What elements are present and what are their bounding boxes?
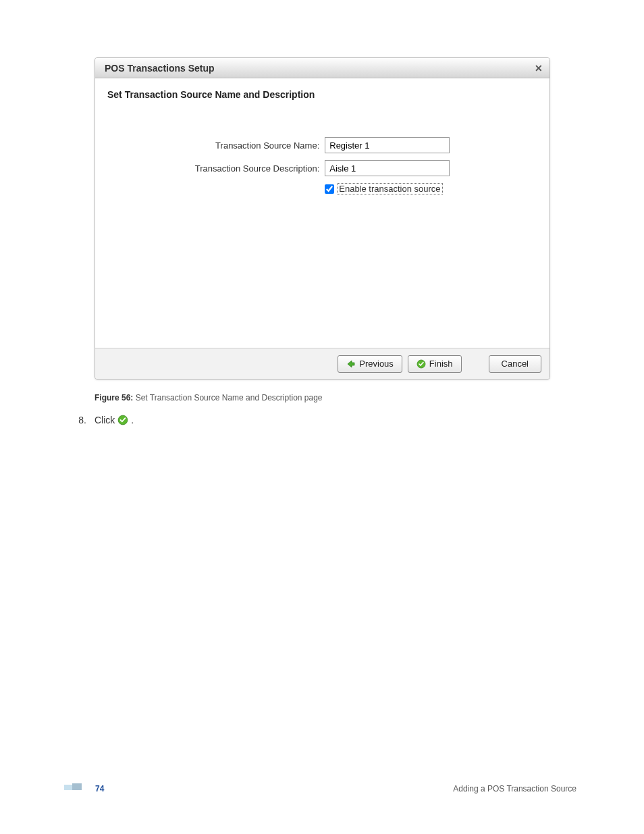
enable-source-checkbox[interactable]	[325, 184, 334, 194]
arrow-left-icon	[346, 359, 356, 369]
dialog-titlebar: POS Transactions Setup ✕	[95, 58, 549, 78]
source-desc-label: Transaction Source Description:	[195, 163, 320, 174]
figure-caption: Figure 56: Set Transaction Source Name a…	[95, 393, 549, 402]
page-footer: 74 Adding a POS Transaction Source	[0, 781, 644, 793]
finish-label: Finish	[429, 359, 453, 369]
step-text-post: .	[131, 415, 134, 425]
source-name-input[interactable]	[325, 137, 450, 153]
dialog-title: POS Transactions Setup	[105, 63, 215, 74]
finish-button[interactable]: Finish	[408, 355, 462, 373]
check-circle-icon	[417, 359, 426, 369]
source-desc-input[interactable]	[325, 160, 450, 176]
pos-setup-dialog: POS Transactions Setup ✕ Set Transaction…	[95, 57, 550, 380]
source-name-label: Transaction Source Name:	[195, 140, 320, 151]
step-text-pre: Click	[95, 415, 115, 425]
dialog-heading: Set Transaction Source Name and Descript…	[107, 89, 537, 100]
step-number: 8.	[74, 415, 95, 425]
instruction-step: 8. Click .	[74, 415, 549, 425]
dialog-button-bar: Previous Finish Cancel	[95, 348, 549, 379]
previous-label: Previous	[359, 359, 394, 369]
cancel-label: Cancel	[502, 359, 529, 369]
close-icon[interactable]: ✕	[535, 63, 543, 74]
page-number: 74	[95, 784, 104, 793]
previous-button[interactable]: Previous	[338, 355, 402, 373]
footer-decoration	[64, 781, 88, 793]
check-circle-icon	[117, 415, 128, 425]
dialog-content: Set Transaction Source Name and Descript…	[95, 78, 549, 348]
svg-rect-3	[72, 783, 82, 790]
figure-text: Set Transaction Source Name and Descript…	[133, 393, 322, 402]
enable-source-label: Enable transaction source	[337, 183, 442, 194]
figure-number: Figure 56:	[95, 393, 133, 402]
cancel-button[interactable]: Cancel	[489, 355, 541, 373]
footer-section-title: Adding a POS Transaction Source	[453, 784, 576, 793]
